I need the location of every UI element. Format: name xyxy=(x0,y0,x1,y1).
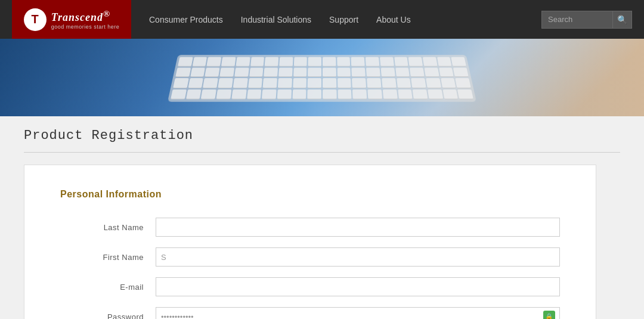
keyboard-key xyxy=(398,89,413,100)
lock-icon: 🔒 xyxy=(545,313,553,320)
section-divider xyxy=(24,152,620,153)
keyboard-key xyxy=(205,67,220,77)
keyboard-key xyxy=(278,78,292,88)
keyboard-key xyxy=(279,57,293,66)
keyboard-key xyxy=(250,57,265,66)
keyboard-key xyxy=(234,67,249,77)
keyboard-key xyxy=(293,78,306,88)
logo[interactable]: T Transcend® good memories start here xyxy=(12,0,131,39)
keyboard-key xyxy=(323,57,336,66)
keyboard-key xyxy=(188,78,203,88)
email-field xyxy=(156,277,560,296)
password-label: Password xyxy=(60,312,156,320)
keyboard-key xyxy=(178,57,193,66)
page-title: Product Registration xyxy=(24,128,620,143)
first-name-label: First Name xyxy=(60,253,156,262)
keyboard-key xyxy=(323,67,336,77)
keyboard-key xyxy=(441,78,456,88)
keyboard-key xyxy=(308,78,321,88)
hero-keyboard-decoration xyxy=(168,55,476,102)
email-input[interactable] xyxy=(156,277,560,296)
logo-brand: Transcend® xyxy=(51,9,120,24)
keyboard-key xyxy=(203,78,218,88)
keyboard-key xyxy=(249,67,264,77)
last-name-field xyxy=(156,218,560,237)
keyboard-key xyxy=(442,89,458,100)
keyboard-key xyxy=(351,57,365,66)
keyboard-key xyxy=(367,78,381,88)
header: T Transcend® good memories start here Co… xyxy=(0,0,644,39)
form-container: Personal Information Last Name First Nam… xyxy=(24,165,596,319)
keyboard-key xyxy=(277,89,292,100)
keyboard-key xyxy=(264,67,278,77)
keyboard-key xyxy=(338,78,351,88)
keyboard-key xyxy=(426,78,441,88)
first-name-input[interactable] xyxy=(156,247,560,267)
keyboard-key xyxy=(201,89,216,100)
search-input[interactable] xyxy=(541,11,613,29)
email-label: E-mail xyxy=(60,283,156,292)
keyboard-key xyxy=(207,57,222,66)
keyboard-key xyxy=(453,67,469,77)
keyboard-key xyxy=(262,89,277,100)
keyboard-key xyxy=(380,57,394,66)
keyboard-key xyxy=(263,78,277,88)
keyboard-key xyxy=(451,57,466,66)
nav-item-support[interactable]: Support xyxy=(329,15,358,24)
keyboard-key xyxy=(423,57,438,66)
keyboard-key xyxy=(367,89,382,100)
first-name-row: First Name xyxy=(60,247,560,267)
keyboard-key xyxy=(175,67,191,77)
keyboard-key xyxy=(248,78,262,88)
keyboard-key xyxy=(366,57,379,66)
email-row: E-mail xyxy=(60,277,560,296)
keyboard-key xyxy=(236,57,250,66)
keyboard-key xyxy=(408,57,423,66)
keyboard-key xyxy=(171,89,187,100)
main-content: Product Registration Personal Informatio… xyxy=(0,116,644,319)
keyboard-key xyxy=(411,78,426,88)
nav-item-about-us[interactable]: About Us xyxy=(376,15,411,24)
section-title: Personal Information xyxy=(60,189,560,200)
keyboard-key xyxy=(293,57,307,66)
keyboard-key xyxy=(216,89,232,100)
keyboard-key xyxy=(308,89,321,100)
keyboard-key xyxy=(383,89,398,100)
keyboard-key xyxy=(437,57,452,66)
keyboard-key xyxy=(337,67,351,77)
keyboard-key xyxy=(278,67,292,77)
keyboard-key xyxy=(186,89,202,100)
keyboard-key xyxy=(352,89,367,100)
keyboard-key xyxy=(308,67,321,77)
keyboard-key xyxy=(397,78,411,88)
keyboard-key xyxy=(428,89,443,100)
keyboard-key xyxy=(424,67,439,77)
main-nav: Consumer Products Industrial Solutions S… xyxy=(149,15,541,24)
password-input[interactable] xyxy=(156,307,560,319)
keyboard-key xyxy=(173,78,188,88)
search-button[interactable]: 🔍 xyxy=(613,11,632,29)
keyboard-key xyxy=(395,67,410,77)
last-name-input[interactable] xyxy=(156,218,560,237)
password-toggle-icon[interactable]: 🔒 xyxy=(543,311,555,319)
logo-tagline: good memories start here xyxy=(51,24,120,30)
keyboard-key xyxy=(394,57,408,66)
keyboard-key xyxy=(366,67,380,77)
nav-item-industrial-solutions[interactable]: Industrial Solutions xyxy=(241,15,311,24)
keyboard-key xyxy=(323,89,336,100)
keyboard-key xyxy=(247,89,262,100)
hero-banner xyxy=(0,39,644,116)
keyboard-key xyxy=(292,89,306,100)
keyboard-key xyxy=(382,78,397,88)
keyboard-key xyxy=(293,67,307,77)
nav-item-consumer-products[interactable]: Consumer Products xyxy=(149,15,223,24)
keyboard-key xyxy=(455,78,470,88)
keyboard-key xyxy=(338,89,352,100)
keyboard-key xyxy=(308,57,321,66)
keyboard-key xyxy=(233,78,248,88)
keyboard-key xyxy=(337,57,351,66)
keyboard-key xyxy=(265,57,278,66)
last-name-label: Last Name xyxy=(60,223,156,232)
keyboard-key xyxy=(413,89,428,100)
password-field: 🔒 xyxy=(156,307,560,319)
